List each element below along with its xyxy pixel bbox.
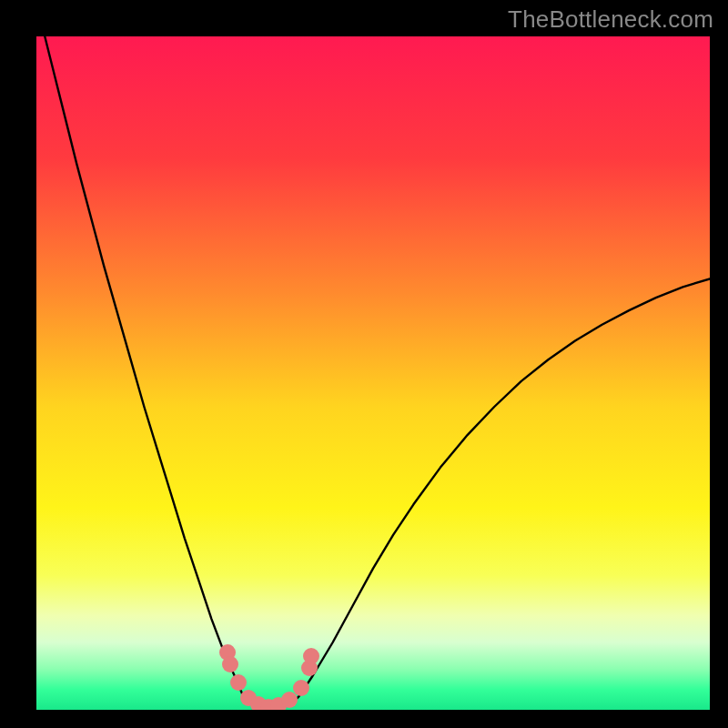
trough-marker <box>281 692 298 708</box>
trough-marker <box>293 680 309 696</box>
trough-marker <box>303 648 319 664</box>
plot-area <box>36 36 710 710</box>
chart-frame: TheBottleneck.com <box>0 0 728 728</box>
trough-marker <box>230 674 247 691</box>
trough-marker <box>222 656 238 672</box>
watermark-text: TheBottleneck.com <box>508 5 713 34</box>
curve-layer <box>36 36 710 710</box>
bottleneck-curve <box>36 36 710 709</box>
